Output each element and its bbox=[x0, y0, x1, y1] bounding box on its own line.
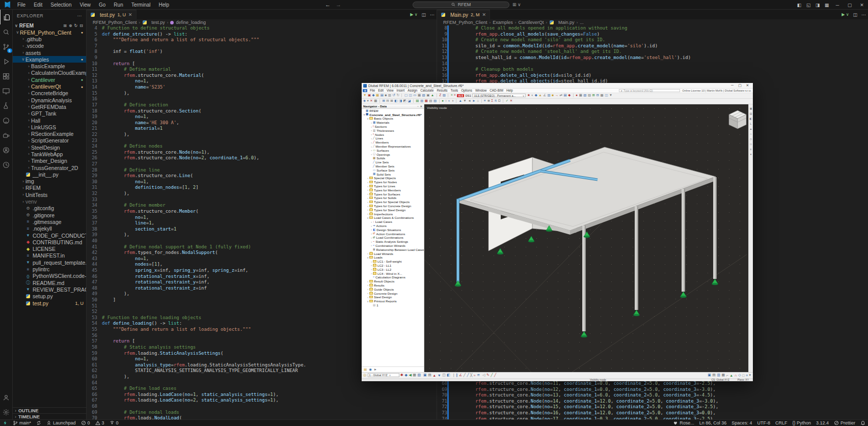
menu-file[interactable]: File bbox=[14, 1, 29, 9]
rfem-toolbar-icon[interactable]: Ω bbox=[498, 99, 501, 103]
more-actions-icon[interactable]: ⋯ bbox=[861, 12, 866, 17]
rfem-side-icon[interactable]: □ bbox=[750, 143, 751, 146]
explorer-item-ScriptGenerator[interactable]: ›ScriptGenerator bbox=[13, 137, 86, 144]
explorer-item-pylintrc[interactable]: ≡pylintrc bbox=[13, 266, 86, 272]
rfem-menu-view[interactable]: View bbox=[385, 89, 395, 92]
rfem-tree-1[interactable]: ▤1 bbox=[362, 303, 424, 307]
rfem-tree-Types for Concrete Design[interactable]: ›Types for Concrete Design bbox=[362, 204, 424, 208]
status-cursor-position[interactable]: Ln 86, Col 36 bbox=[697, 420, 729, 426]
explorer-item-CONTRIBUTING.md[interactable]: ◆CONTRIBUTING.md bbox=[13, 239, 86, 245]
explorer-item-Examples[interactable]: ∨Examples● bbox=[13, 56, 86, 63]
rfem-tree-Concrete_and_Steel_Structure.rf6*[interactable]: ∨▣Concrete_and_Steel_Structure.rf6* bbox=[362, 112, 424, 117]
rfem-search-box[interactable]: ▸ Type a keyword (Alt+Q) bbox=[619, 89, 680, 93]
activity-account-icon[interactable] bbox=[0, 390, 13, 405]
rfem-toolbar-icon[interactable]: ▥ bbox=[388, 94, 391, 97]
rfem-tree-Loads[interactable]: ∨Loads bbox=[362, 255, 424, 260]
rfem-titlebar[interactable]: Dlubal RFEM | 6.08.0011 | Concrete_and_S… bbox=[362, 83, 753, 89]
explorer-item-LICENSE[interactable]: ◆LICENSE bbox=[13, 246, 86, 252]
activity-github-icon[interactable] bbox=[0, 113, 13, 128]
maximize-button[interactable]: ▢ bbox=[844, 3, 856, 8]
rfem-toolbar-icon[interactable]: ╱ bbox=[494, 373, 496, 377]
navigator-pin-icon[interactable]: ▫ bbox=[417, 105, 418, 108]
rfem-side-icon[interactable]: ▤ bbox=[750, 112, 752, 115]
explorer-item-setup.py[interactable]: setup.py bbox=[13, 293, 86, 300]
rfem-toolbar-icon[interactable]: ▢ bbox=[404, 94, 408, 97]
rfem-toolbar-icon[interactable]: ▧ bbox=[583, 94, 586, 97]
split-editor-icon[interactable]: ◫ bbox=[853, 12, 857, 17]
explorer-item-RFEM_Python_Client[interactable]: ∨RFEM_Python_Client● bbox=[13, 29, 86, 36]
breadcrumb-item[interactable]: RFEM_Python_Client bbox=[93, 20, 137, 25]
rfem-toolbar-icon[interactable]: » bbox=[454, 94, 456, 97]
rfem-tree-Nodes[interactable]: ›•Nodes bbox=[362, 132, 424, 136]
rfem-toolbar-icon[interactable]: ⊞ bbox=[592, 94, 595, 97]
rfem-toolbar-icon[interactable]: ∥ bbox=[456, 373, 458, 377]
rfem-tree-Concrete Design[interactable]: ›Concrete Design bbox=[362, 291, 424, 295]
rfem-tree-Printout Reports[interactable]: ∨Printout Reports bbox=[362, 299, 424, 303]
code-area-mainpy-top[interactable]: 8 # Close all models opened in applicati… bbox=[437, 25, 868, 87]
rfem-toolbar-icon[interactable]: ⌂ bbox=[477, 99, 479, 103]
rfem-tree-LC4 - Wind in X...[interactable]: ›LC4 - Wind in X... bbox=[362, 271, 424, 275]
breadcrumb[interactable]: RFEM_Python_Client›Examples›CantileverQt… bbox=[437, 19, 868, 25]
rfem-tree-Solid Sets[interactable]: ▦Solid Sets bbox=[362, 172, 424, 176]
rfem-tree-Action Combinations[interactable]: ›⇄Action Combinations bbox=[362, 232, 424, 236]
explorer-item-TankWebApp[interactable]: ›TankWebApp bbox=[13, 151, 86, 157]
rfem-toolbar-icon[interactable]: ✱ bbox=[400, 373, 403, 377]
explorer-item-README.md[interactable]: ⓘREADME.md bbox=[13, 279, 86, 286]
rfem-toolbar-icon[interactable]: ⊞ bbox=[382, 99, 385, 103]
rfem-toolbar-icon[interactable]: ◆ bbox=[535, 94, 537, 97]
rfem-tree-Special Objects[interactable]: ›Special Objects bbox=[362, 176, 424, 180]
navigator-close-icon[interactable]: ✕ bbox=[420, 105, 422, 108]
explorer-item-Hall[interactable]: ›Hall bbox=[13, 117, 86, 124]
status-python-version[interactable]: 3.12.4 bbox=[813, 420, 831, 426]
rfem-toolbar-icon[interactable]: ∣ bbox=[453, 373, 455, 377]
explorer-item-GetRFEMData[interactable]: ›GetRFEMData bbox=[13, 103, 86, 110]
rfem-toolbar-icon[interactable]: π bbox=[495, 99, 497, 103]
rfem-tree-Types for Steel Design[interactable]: ›Types for Steel Design bbox=[362, 208, 424, 212]
explorer-item-GPT_Tank[interactable]: ›GPT_Tank bbox=[13, 110, 86, 117]
rfem-toolbar-icon[interactable]: ▤ bbox=[712, 373, 716, 377]
menu-run[interactable]: Run bbox=[111, 1, 126, 9]
rfem-menu-tools[interactable]: Tools bbox=[449, 89, 459, 92]
rfem-side-icon[interactable]: ▾ bbox=[750, 153, 752, 156]
new-file-icon[interactable]: ⊞ bbox=[63, 23, 67, 28]
rfem-menu-results[interactable]: Results bbox=[435, 89, 449, 92]
explorer-item-Cantilever[interactable]: ›Cantilever● bbox=[13, 76, 86, 83]
rfem-toolbar-icon[interactable]: ◫ bbox=[409, 94, 412, 97]
rfem-tree-Solids[interactable]: ▦Solids bbox=[362, 156, 424, 160]
explorer-item-RFEM[interactable]: ›RFEM bbox=[13, 185, 86, 191]
breadcrumb-item[interactable]: ... bbox=[580, 20, 584, 25]
rfem-toolbar-icon[interactable]: ◆ bbox=[568, 94, 571, 97]
rfem-toolbar-icon[interactable]: ◁ bbox=[482, 373, 485, 377]
rfem-toolbar-icon[interactable]: ╱ bbox=[491, 373, 493, 377]
rfem-toolbar-icon[interactable]: ⊟ bbox=[596, 94, 599, 97]
tab-close-icon[interactable]: ✕ bbox=[128, 12, 132, 17]
toggle-sidebar-icon[interactable]: ◧ bbox=[795, 3, 804, 8]
rfem-toolbar-icon[interactable]: ■ bbox=[552, 94, 554, 97]
navigation-cube[interactable] bbox=[729, 110, 746, 129]
rfem-tree-Surface Sets[interactable]: ▭Surface Sets bbox=[362, 168, 424, 172]
activity-liveshare-icon[interactable] bbox=[0, 143, 13, 157]
menu-terminal[interactable]: Terminal bbox=[128, 1, 154, 9]
explorer-item-LinkUSGS[interactable]: ›LinkUSGS bbox=[13, 124, 86, 130]
rfem-tree-Results[interactable]: ›Results bbox=[362, 283, 424, 288]
menu-edit[interactable]: Edit bbox=[31, 1, 45, 9]
minimize-button[interactable]: ─ bbox=[831, 3, 844, 8]
rfem-toolbar-icon[interactable]: ▼ bbox=[438, 374, 441, 377]
rfem-menu-assign[interactable]: Assign bbox=[406, 89, 419, 92]
rfem-tree-Load Combinations[interactable]: ›⇄Load Combinations bbox=[362, 236, 424, 240]
rfem-toolbar-icon[interactable]: ◆ bbox=[372, 94, 375, 97]
rfem-toolbar-icon[interactable]: ► bbox=[472, 99, 475, 103]
rfem-toolbar-icon[interactable]: ◐ bbox=[531, 94, 533, 97]
status-remote-indicator[interactable] bbox=[0, 420, 10, 426]
rfem-toolbar-icon[interactable]: ▼ bbox=[609, 94, 612, 97]
rfem-window[interactable]: Dlubal RFEM | 6.08.0011 | Concrete_and_S… bbox=[362, 83, 753, 381]
rfem-toolbar-icon[interactable]: ◇ bbox=[738, 373, 741, 377]
rfem-toolbar-icon[interactable]: ★ bbox=[527, 94, 530, 97]
rfem-toolbar-icon[interactable]: ◈ bbox=[363, 99, 366, 103]
toggle-secondary-sidebar-icon[interactable]: ◨ bbox=[813, 3, 822, 8]
rfem-toolbar-icon[interactable]: ▦ bbox=[374, 99, 377, 103]
explorer-item-.gitignore[interactable]: ⚙.gitignore bbox=[13, 212, 86, 218]
explorer-item-REVIEW_BEST_PRACTICES.md[interactable]: ▼REVIEW_BEST_PRACTICES.md bbox=[13, 286, 86, 293]
explorer-item-img[interactable]: ›img bbox=[13, 178, 86, 185]
rfem-toolbar-icon[interactable]: ▲ bbox=[432, 374, 436, 377]
